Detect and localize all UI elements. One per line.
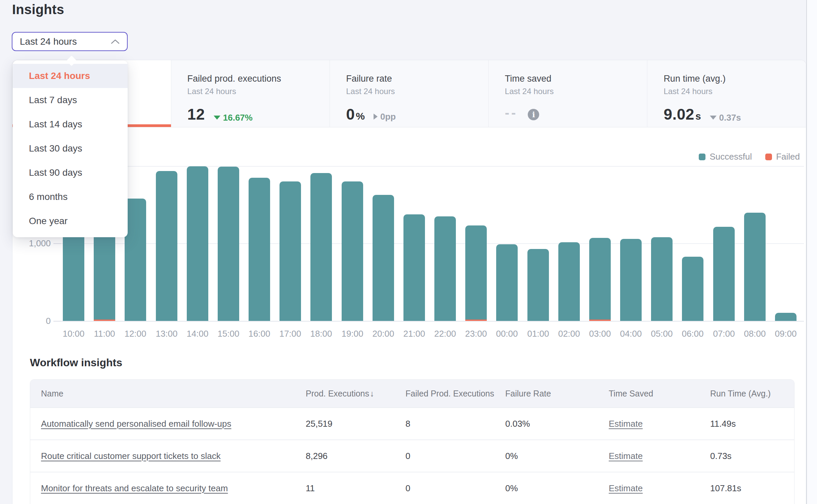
chart-bar-18-00[interactable] [310, 173, 332, 321]
column-header-prod-executions[interactable]: Prod. Executions↓ [306, 389, 405, 398]
bar-segment-successful [496, 244, 518, 321]
chart-bar-15-00[interactable] [218, 167, 239, 321]
stat-card-run-time-avg[interactable]: Run time (avg.)Last 24 hours9.02s0.37s [647, 60, 806, 127]
workflow-name: Monitor for threats and escalate to secu… [41, 483, 306, 494]
y-tick-1000 [53, 243, 61, 244]
time-saved-link[interactable]: Estimate [609, 451, 643, 461]
chart-bar-20-00[interactable] [373, 195, 394, 321]
x-tick-label-10-00: 10:00 [58, 328, 89, 339]
chart-bar-17-00[interactable] [280, 181, 301, 321]
summary-cards-row: Failed prod. executionsLast 24 hours1216… [12, 60, 806, 127]
x-tick-label-17-00: 17:00 [275, 328, 306, 339]
menu-item-last-90-days[interactable]: Last 90 days [13, 161, 128, 185]
chart-bar-21-00[interactable] [403, 214, 425, 321]
scrollbar-track[interactable] [806, 0, 817, 504]
trend-down-icon [214, 116, 220, 120]
menu-item-last-30-days[interactable]: Last 30 days [13, 136, 128, 161]
chart-bar-14-00[interactable] [187, 166, 208, 321]
x-tick-label-15-00: 15:00 [213, 328, 244, 339]
menu-item-last-24-hours[interactable]: Last 24 hours [13, 64, 128, 88]
menu-item-last-7-days[interactable]: Last 7 days [13, 88, 128, 112]
card-delta-text: 16.67% [223, 113, 253, 123]
legend-item-failed[interactable]: Failed [765, 152, 800, 162]
chart-bar-02-00[interactable] [558, 242, 580, 321]
chart-bar-07-00[interactable] [713, 227, 735, 321]
chart-bar-09-00[interactable] [775, 313, 797, 321]
bar-segment-successful [218, 167, 239, 321]
chart-bar-06-00[interactable] [682, 257, 703, 321]
menu-item-6-months[interactable]: 6 months [13, 185, 128, 209]
card-label: Run time (avg.) [663, 73, 796, 84]
chart-bar-04-00[interactable] [620, 239, 642, 321]
bar-segment-successful [744, 213, 766, 321]
chart-bar-03-00[interactable] [589, 238, 611, 321]
workflow-insights-table: NameProd. Executions↓Failed Prod. Execut… [30, 379, 794, 504]
x-tick-label-09-00: 09:00 [770, 328, 801, 339]
time-range-select[interactable]: Last 24 hours [12, 32, 128, 51]
column-header-failure-rate[interactable]: Failure Rate [505, 389, 609, 398]
time-saved: Estimate [609, 451, 710, 461]
chart-bar-19-00[interactable] [342, 181, 363, 321]
column-header-run-time-avg[interactable]: Run Time (Avg.) [710, 389, 794, 398]
time-saved: Estimate [609, 483, 710, 494]
failed-prod-executions: 8 [405, 419, 505, 429]
column-header-time-saved[interactable]: Time Saved [609, 389, 710, 398]
card-subtitle: Last 24 hours [505, 86, 637, 96]
card-value-row: 0%0pp [346, 105, 478, 123]
y-tick-0 [53, 321, 61, 322]
bar-segment-successful [620, 239, 642, 321]
legend-item-successful[interactable]: Successful [699, 152, 752, 162]
stat-card-time-saved[interactable]: Time savedLast 24 hours--i [489, 60, 648, 127]
info-icon[interactable]: i [528, 109, 539, 120]
card-subtitle: Last 24 hours [187, 86, 320, 96]
stat-card-failed-prod-executions[interactable]: Failed prod. executionsLast 24 hours1216… [171, 60, 330, 127]
x-tick-label-18-00: 18:00 [306, 328, 337, 339]
bar-segment-successful [310, 173, 332, 321]
card-label: Failure rate [346, 73, 478, 84]
chart-bar-08-00[interactable] [744, 213, 766, 321]
bar-segment-failed [465, 320, 487, 321]
x-tick-label-19-00: 19:00 [337, 328, 368, 339]
x-tick-label-04-00: 04:00 [615, 328, 646, 339]
chart-bar-13-00[interactable] [156, 171, 177, 321]
x-tick-label-12-00: 12:00 [120, 328, 151, 339]
chart-bar-16-00[interactable] [249, 178, 270, 321]
time-saved-link[interactable]: Estimate [609, 483, 643, 493]
workflow-name-link[interactable]: Automatically send personalised email fo… [41, 419, 231, 429]
stat-card-failure-rate[interactable]: Failure rateLast 24 hours0%0pp [330, 60, 489, 127]
trend-down-icon [710, 116, 717, 120]
card-value: 0 [346, 105, 355, 123]
bar-segment-successful [187, 166, 208, 321]
bar-segment-successful [280, 181, 301, 321]
menu-item-one-year[interactable]: One year [13, 209, 128, 233]
bar-segment-successful [589, 238, 611, 320]
chart-bar-23-00[interactable] [465, 225, 487, 321]
card-value-unit: % [356, 111, 365, 122]
x-axis-line [61, 321, 804, 322]
card-value: -- [505, 105, 518, 120]
chart-bar-05-00[interactable] [651, 237, 673, 321]
column-header-failed-prod-executions[interactable]: Failed Prod. Executions [405, 389, 505, 398]
chart-bar-01-00[interactable] [527, 249, 549, 321]
workflow-name-link[interactable]: Monitor for threats and escalate to secu… [41, 483, 228, 493]
card-value: 9.02 [663, 105, 694, 123]
menu-item-last-14-days[interactable]: Last 14 days [13, 112, 128, 136]
card-subtitle: Last 24 hours [346, 86, 478, 96]
y-tick-label-1000: 1,000 [14, 238, 51, 249]
chart-bar-00-00[interactable] [496, 244, 518, 321]
column-header-name[interactable]: Name [41, 389, 306, 398]
prod-executions: 8,296 [306, 451, 405, 461]
time-saved-link[interactable]: Estimate [609, 419, 643, 429]
card-label: Failed prod. executions [187, 73, 320, 84]
prod-executions: 11 [306, 483, 405, 494]
time-range-dropdown: Last 24 hoursLast 7 daysLast 14 daysLast… [13, 60, 128, 237]
workflow-name-link[interactable]: Route critical customer support tickets … [41, 451, 221, 461]
table-row-route-critical-customer-support-tickets-: Route critical customer support tickets … [30, 440, 794, 472]
chart-bar-12-00[interactable] [125, 199, 146, 321]
x-tick-label-11-00: 11:00 [89, 328, 120, 339]
card-delta-text: 0pp [380, 112, 396, 122]
y-tick-label-0: 0 [14, 316, 51, 326]
time-range-selected-value: Last 24 hours [20, 36, 110, 47]
chart-bar-22-00[interactable] [434, 216, 456, 321]
workflow-name: Route critical customer support tickets … [41, 451, 306, 461]
